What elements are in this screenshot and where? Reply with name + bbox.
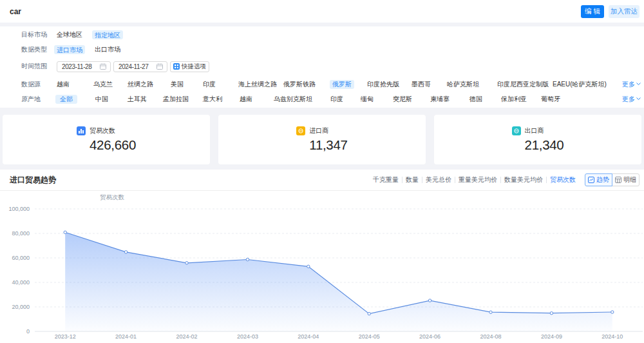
edit-button[interactable]: 编 辑 <box>581 5 604 18</box>
data-source-option[interactable]: 越南 <box>57 80 70 89</box>
view-button-label: 趋势 <box>596 175 609 184</box>
y-axis-tick: 20,000 <box>12 304 30 310</box>
data-point-marker[interactable] <box>246 258 249 260</box>
chevron-down-icon <box>636 83 641 86</box>
stat-label: 出口商 <box>525 126 544 135</box>
origin-option[interactable]: 突尼斯 <box>393 95 412 104</box>
area-fill <box>65 232 612 331</box>
x-axis-tick: 2023-12 <box>55 333 76 340</box>
page-title: car <box>10 7 581 16</box>
origin-option[interactable]: 越南 <box>240 95 252 104</box>
data-point-marker[interactable] <box>185 262 188 264</box>
filter-label: 原产地 <box>21 95 57 104</box>
data-source-option[interactable]: 乌克兰 <box>93 80 113 89</box>
origin-option[interactable]: 德国 <box>469 95 482 104</box>
origin-option[interactable]: 葡萄牙 <box>541 95 560 104</box>
target-market-option[interactable]: 全球地区 <box>57 30 82 39</box>
end-date-input[interactable]: 2024-11-27 <box>113 61 167 72</box>
origin-more-link[interactable]: 更多 <box>622 95 641 104</box>
data-point-marker[interactable] <box>428 299 431 302</box>
filter-label: 数据源 <box>21 80 57 89</box>
x-axis-tick: 2024-04 <box>298 333 319 340</box>
x-axis-tick: 2024-08 <box>480 333 501 340</box>
quick-options-icon <box>173 63 180 70</box>
trend-view-button[interactable]: 趋势 <box>585 173 612 186</box>
data-source-option[interactable]: 丝绸之路 <box>128 80 153 89</box>
filter-row-data-type: 数据类型 进口市场出口市场 <box>0 41 644 58</box>
data-point-marker[interactable] <box>550 312 553 315</box>
data-source-option[interactable]: 墨西哥 <box>412 80 431 89</box>
trend-chart-card: 进口贸易趋势 千克重量数量美元总价重量美元均价数量美元均价贸易次数 趋势明细 0… <box>0 170 644 343</box>
metric-tab[interactable]: 贸易次数 <box>543 175 576 184</box>
x-axis-tick: 2024-05 <box>359 333 380 340</box>
origin-option[interactable]: 孟加拉国 <box>163 95 189 104</box>
data-source-option[interactable]: 海上丝绸之路 <box>238 80 277 89</box>
x-axis-tick: 2024-01 <box>115 333 137 340</box>
detail-view-button[interactable]: 明细 <box>612 173 639 186</box>
filter-row-date-range: 时间范围 2023-11-28 2024-11-27 快捷选项 <box>0 58 644 75</box>
data-source-option[interactable]: 印度抢先版 <box>367 80 399 89</box>
origin-option[interactable]: 柬埔寨 <box>430 95 450 104</box>
data-point-marker[interactable] <box>64 231 66 233</box>
data-source-more-link[interactable]: 更多 <box>622 80 641 89</box>
stat-label: 进口商 <box>309 126 328 135</box>
metric-tab[interactable]: 美元总价 <box>419 175 451 184</box>
y-axis-tick: 40,000 <box>12 279 30 286</box>
stat-card-trades: 贸易次数 426,660 <box>3 115 210 164</box>
start-date-value: 2023-11-28 <box>62 63 100 70</box>
trend-area-chart: 020,00040,00060,00080,000100,000贸易次数2023… <box>0 191 644 343</box>
detail-grid-icon <box>615 177 621 183</box>
data-source-option[interactable]: 俄罗斯铁路 <box>283 80 316 89</box>
stat-card-exporters: 出口商 21,340 <box>434 115 641 164</box>
origin-option[interactable]: 保加利亚 <box>501 95 527 104</box>
data-point-marker[interactable] <box>611 311 614 313</box>
data-point-marker[interactable] <box>307 265 310 268</box>
data-point-marker[interactable] <box>489 311 492 313</box>
metric-tab[interactable]: 数量 <box>399 175 419 184</box>
chevron-down-icon <box>636 97 641 101</box>
stat-value: 426,660 <box>90 137 136 153</box>
origin-option[interactable]: 缅甸 <box>361 95 374 104</box>
data-source-option[interactable]: 印度尼西亚定制版 <box>497 80 549 89</box>
origin-option[interactable]: 乌兹别克斯坦 <box>274 95 312 104</box>
origin-option[interactable]: 意大利 <box>203 95 222 104</box>
data-source-option[interactable]: 俄罗斯 <box>330 80 354 89</box>
quick-options-button[interactable]: 快捷选项 <box>170 61 209 72</box>
data-source-option[interactable]: 印度 <box>203 80 216 89</box>
quick-options-label: 快捷选项 <box>182 63 206 71</box>
y-axis-tick: 80,000 <box>12 230 30 237</box>
add-radar-button[interactable]: 加入雷达 <box>609 5 639 18</box>
data-type-option[interactable]: 进口市场 <box>54 45 85 54</box>
stat-label: 贸易次数 <box>90 126 115 135</box>
data-point-marker[interactable] <box>124 251 127 253</box>
filter-row-target-market: 目标市场 全球地区指定地区 <box>0 28 644 41</box>
metric-tab[interactable]: 重量美元均价 <box>451 175 497 184</box>
y-axis-tick: 100,000 <box>8 206 30 212</box>
origin-option[interactable]: 全部 <box>55 95 77 104</box>
data-source-option[interactable]: 美国 <box>171 80 184 89</box>
data-type-option[interactable]: 出口市场 <box>95 45 120 54</box>
start-date-input[interactable]: 2023-11-28 <box>57 61 111 72</box>
chart-title: 进口贸易趋势 <box>10 175 373 186</box>
target-market-option[interactable]: 指定地区 <box>92 30 123 39</box>
more-label: 更多 <box>622 80 635 89</box>
bar-chart-icon <box>77 126 86 135</box>
filter-row-data-source: 数据源 越南乌克兰丝绸之路美国印度海上丝绸之路俄罗斯铁路俄罗斯印度抢先版墨西哥哈… <box>0 75 644 93</box>
y-axis-tick: 60,000 <box>12 255 30 261</box>
data-source-option[interactable]: 哈萨克斯坦 <box>447 80 479 89</box>
x-axis-tick: 2024-02 <box>176 333 197 340</box>
importer-icon <box>296 126 305 135</box>
filter-label: 数据类型 <box>21 45 57 54</box>
y-axis-title: 贸易次数 <box>100 193 125 201</box>
data-source-option[interactable]: EAEU(哈萨克斯坦) <box>553 80 607 89</box>
filter-panel: 目标市场 全球地区指定地区 数据类型 进口市场出口市场 时间范围 2023-11… <box>0 26 644 108</box>
metric-tab[interactable]: 数量美元均价 <box>497 175 543 184</box>
calendar-icon <box>156 63 163 70</box>
stat-cards: 贸易次数 426,660 进口商 11,347 出口商 21,340 <box>0 115 644 164</box>
origin-option[interactable]: 中国 <box>95 95 108 104</box>
metric-tab[interactable]: 千克重量 <box>373 175 399 184</box>
data-point-marker[interactable] <box>368 312 370 315</box>
origin-option[interactable]: 印度 <box>330 95 343 104</box>
origin-option[interactable]: 土耳其 <box>128 95 147 104</box>
stat-card-importers: 进口商 11,347 <box>218 115 426 164</box>
